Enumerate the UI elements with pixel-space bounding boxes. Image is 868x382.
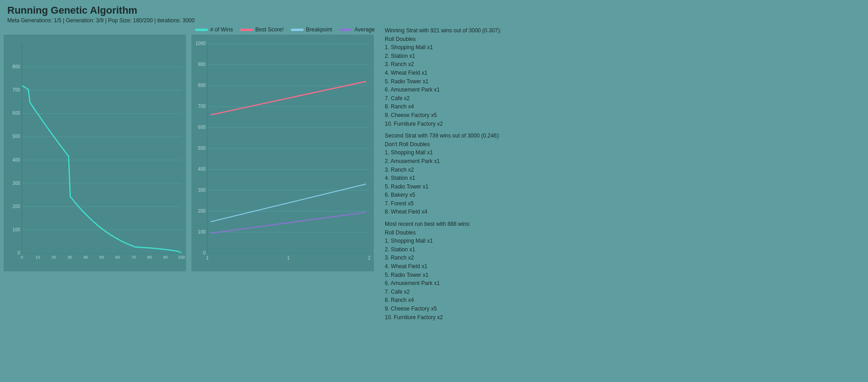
second-strat-roll: Don't Roll Doubles [385, 140, 857, 149]
list-item: 1. Shopping Mall x1 [385, 43, 857, 52]
average-label: Average [354, 26, 374, 33]
list-item: 2. Amusement Park x1 [385, 157, 857, 166]
list-item: 5. Radio Tower x1 [385, 77, 857, 86]
charts-column: # of Wins Best Score! Breakpoint Average [4, 26, 377, 321]
winning-strat-roll: Roll Doubles [385, 35, 857, 44]
list-item: 8. Wheat Field x4 [385, 208, 857, 216]
legend-row: # of Wins Best Score! Breakpoint Average [195, 26, 377, 33]
list-item: 4. Wheat Field x1 [385, 69, 857, 77]
winning-strat-header: Winning Strat with 921 wins out of 3000 … [385, 26, 857, 35]
list-item: 1. Shopping Mall x1 [385, 148, 857, 157]
list-item: 2. Station x1 [385, 245, 857, 254]
list-item: 8. Ranch x4 [385, 296, 857, 305]
list-item: 3. Ranch x2 [385, 60, 857, 69]
second-strat-header: Second Strat with 739 wins out of 3000 (… [385, 132, 857, 140]
list-item: 9. Cheese Factory x5 [385, 111, 857, 120]
list-item: 10. Furniture Factory x2 [385, 120, 857, 128]
list-item: 7. Cafe x2 [385, 94, 857, 103]
breakpoint-color [291, 29, 304, 31]
recent-run-roll: Roll Doubles [385, 229, 857, 237]
wins-legend: # of Wins [195, 26, 233, 33]
list-item: 3. Ranch x2 [385, 254, 857, 262]
list-item: 1. Shopping Mall x1 [385, 237, 857, 245]
right-column: Winning Strat with 921 wins out of 3000 … [377, 26, 864, 321]
wins-color [195, 29, 208, 31]
second-strat-block: Second Strat with 739 wins out of 3000 (… [385, 132, 857, 216]
list-item: 8. Ranch x4 [385, 102, 857, 111]
list-item: 5. Radio Tower x1 [385, 183, 857, 191]
winning-strat-block: Winning Strat with 921 wins out of 3000 … [385, 26, 857, 128]
breakpoint-legend: Breakpoint [291, 26, 332, 33]
list-item: 6. Amusement Park x1 [385, 279, 857, 288]
winning-strat-items: 1. Shopping Mall x12. Station x13. Ranch… [385, 43, 857, 128]
average-legend: Average [339, 26, 374, 33]
list-item: 3. Ranch x2 [385, 166, 857, 174]
list-item: 2. Station x1 [385, 52, 857, 61]
list-item: 5. Radio Tower x1 [385, 271, 857, 280]
wins-label: # of Wins [210, 26, 233, 33]
wins-chart [4, 35, 190, 271]
recent-run-items: 1. Shopping Mall x12. Station x13. Ranch… [385, 237, 857, 321]
list-item: 7. Forest x5 [385, 199, 857, 208]
list-item: 6. Amusement Park x1 [385, 86, 857, 94]
score-chart [191, 35, 377, 271]
second-strat-items: 1. Shopping Mall x12. Amusement Park x13… [385, 148, 857, 216]
meta-info: Meta Generations: 1/5 | Generation: 3/9 … [0, 17, 868, 26]
recent-run-header: Most recent run best with 888 wins: [385, 220, 857, 229]
recent-run-block: Most recent run best with 888 wins: Roll… [385, 220, 857, 321]
list-item: 6. Bakery x5 [385, 191, 857, 199]
best-score-label: Best Score! [255, 26, 284, 33]
list-item: 9. Cheese Factory x5 [385, 305, 857, 313]
list-item: 4. Wheat Field x1 [385, 262, 857, 271]
list-item: 7. Cafe x2 [385, 288, 857, 296]
breakpoint-label: Breakpoint [306, 26, 332, 33]
best-score-color [240, 29, 253, 31]
list-item: 4. Station x1 [385, 174, 857, 183]
average-color [339, 29, 352, 31]
list-item: 10. Furniture Factory x2 [385, 313, 857, 322]
best-score-legend: Best Score! [240, 26, 284, 33]
page-title: Running Genetic Algorithm [0, 0, 868, 17]
